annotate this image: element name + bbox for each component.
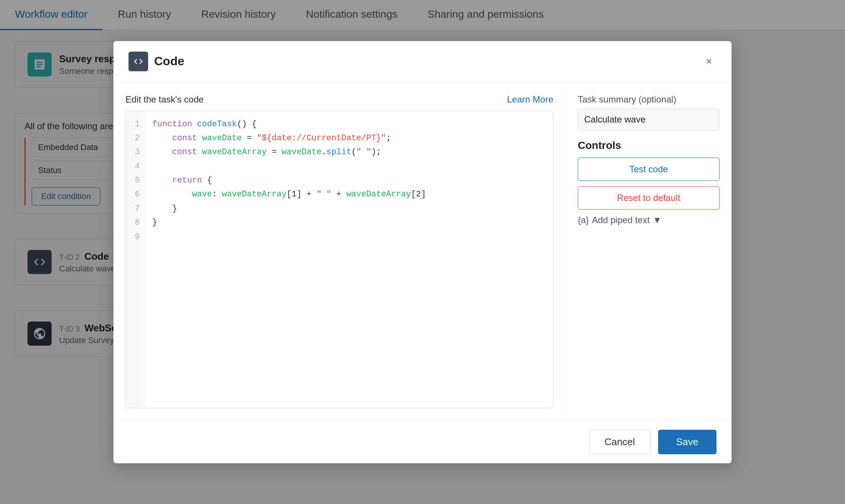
- modal-footer: Cancel Save: [113, 420, 732, 463]
- task-summary-input[interactable]: [578, 109, 719, 130]
- modal-overlay: Code × Edit the task's code Learn More 1…: [0, 0, 845, 504]
- add-piped-text-label: Add piped text: [592, 215, 649, 225]
- task-summary-section: Task summary (optional): [578, 94, 719, 130]
- cancel-button[interactable]: Cancel: [589, 430, 651, 454]
- piped-text-braces: {a}: [578, 215, 589, 225]
- task-summary-label: Task summary (optional): [578, 94, 719, 105]
- add-piped-text-button[interactable]: {a} Add piped text ▼: [578, 215, 719, 225]
- code-content[interactable]: function codeTask() { const waveDate = "…: [145, 111, 553, 408]
- modal-header: Code ×: [113, 41, 732, 82]
- modal-body: Edit the task's code Learn More 1 2 3 4 …: [113, 82, 732, 420]
- right-panel: Task summary (optional) Controls Test co…: [566, 82, 732, 420]
- code-editor-area: Edit the task's code Learn More 1 2 3 4 …: [113, 82, 566, 420]
- chevron-down-icon: ▼: [653, 215, 662, 225]
- reset-to-default-button[interactable]: Reset to default: [578, 186, 719, 210]
- code-editor[interactable]: 1 2 3 4 5 6 7 8 9 function codeTask() { …: [126, 111, 553, 408]
- modal-code-icon: [129, 52, 148, 71]
- modal-close-button[interactable]: ×: [701, 54, 716, 69]
- modal-title: Code: [154, 54, 695, 68]
- test-code-button[interactable]: Test code: [578, 158, 719, 181]
- learn-more-link[interactable]: Learn More: [507, 94, 553, 105]
- line-numbers: 1 2 3 4 5 6 7 8 9: [126, 111, 145, 408]
- save-button[interactable]: Save: [658, 430, 716, 454]
- controls-label: Controls: [578, 139, 719, 152]
- code-modal: Code × Edit the task's code Learn More 1…: [113, 41, 732, 463]
- controls-section: Controls Test code Reset to default {a} …: [578, 139, 719, 225]
- code-area-label: Edit the task's code Learn More: [126, 94, 553, 105]
